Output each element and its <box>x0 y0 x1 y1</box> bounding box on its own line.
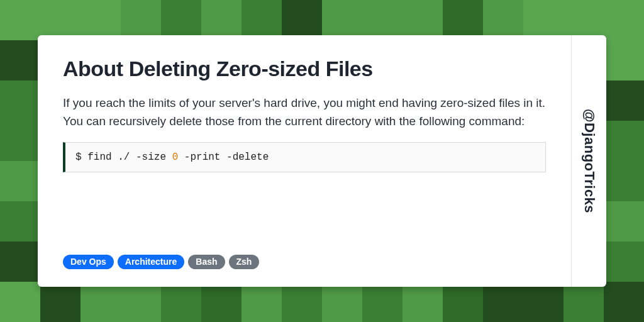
content-area: About Deleting Zero-sized Files If you r… <box>38 35 571 287</box>
tag-architecture[interactable]: Architecture <box>118 255 184 269</box>
tag-bash[interactable]: Bash <box>188 255 225 269</box>
twitter-handle[interactable]: @DjangoTricks <box>581 109 597 213</box>
code-block: $ find ./ -size 0 -print -delete <box>63 142 546 172</box>
content-card: About Deleting Zero-sized Files If you r… <box>38 35 606 287</box>
post-title: About Deleting Zero-sized Files <box>63 57 546 81</box>
tag-list: Dev OpsArchitectureBashZsh <box>63 255 546 269</box>
tag-zsh[interactable]: Zsh <box>229 255 260 269</box>
code-prefix: $ find ./ -size <box>75 152 172 163</box>
code-highlight: 0 <box>172 152 179 163</box>
tag-dev-ops[interactable]: Dev Ops <box>63 255 114 269</box>
sidebar: @DjangoTricks <box>571 35 606 287</box>
post-description: If you reach the limits of your server's… <box>63 94 546 131</box>
code-suffix: -print -delete <box>178 152 269 163</box>
